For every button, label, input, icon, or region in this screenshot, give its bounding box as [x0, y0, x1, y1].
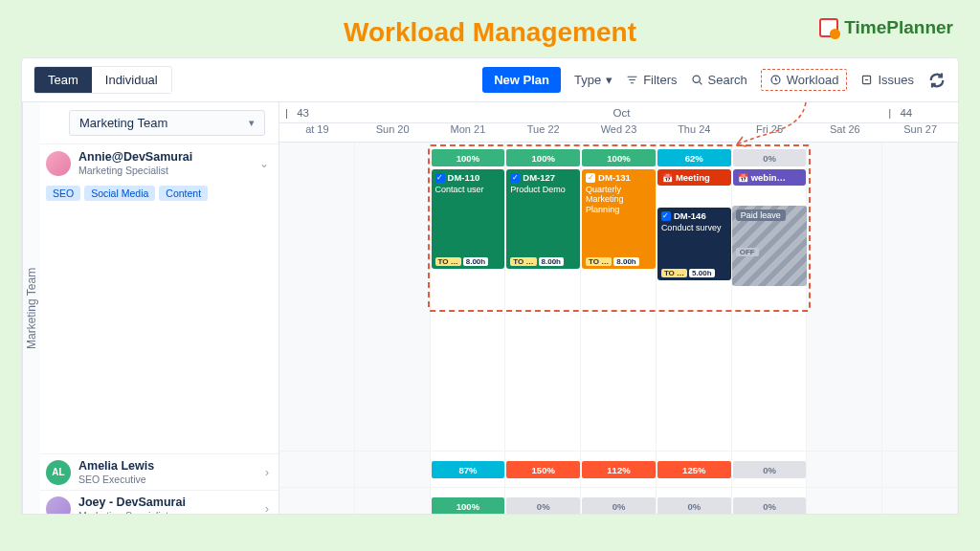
refresh-icon [927, 71, 947, 90]
person-name: Joey - DevSamurai [78, 496, 186, 510]
month-label: Oct [581, 107, 657, 119]
search-button[interactable]: Search [691, 73, 747, 87]
task-card[interactable]: 📅webin… [733, 169, 807, 186]
day-col: Wed 23 [581, 123, 657, 142]
tab-team[interactable]: Team [34, 67, 92, 93]
day-col: Thu 24 [657, 123, 732, 142]
workload-cell[interactable]: 62% [657, 149, 731, 166]
calendar-icon: 📅 [662, 173, 673, 183]
task-card[interactable]: 📅Meeting [657, 169, 731, 186]
avatar [46, 496, 71, 516]
check-icon: ✓ [510, 173, 520, 183]
workload-bar-annie: 100%100%100%62%0% [279, 149, 958, 166]
person-name: Annie@DevSamurai [78, 150, 192, 165]
workload-cell[interactable]: 100% [432, 497, 505, 515]
workload-cell[interactable]: 100% [582, 149, 656, 166]
person-tags: SEO Social Media Content [40, 182, 278, 209]
filter-icon [626, 74, 638, 86]
svg-point-0 [693, 76, 700, 82]
toolbar: Team Individual New Plan Type▾ Filters S… [22, 58, 958, 102]
person-name: Amelia Lewis [78, 459, 154, 474]
week-44: 44 [894, 107, 912, 119]
workload-bar-amelia: 87%150%112%125%0% [279, 461, 958, 478]
tag-seo[interactable]: SEO [46, 186, 80, 201]
chevron-down-icon[interactable]: ⌄ [259, 157, 269, 170]
brand-logo-icon [819, 18, 838, 37]
workload-cell[interactable]: 0% [733, 497, 807, 515]
type-dropdown[interactable]: Type▾ [574, 73, 612, 87]
sidebar: Marketing Team Annie@DevSamurai Marketin… [40, 102, 279, 515]
new-plan-button[interactable]: New Plan [482, 67, 561, 93]
view-tabs: Team Individual [33, 66, 172, 94]
day-col: Tue 22 [505, 123, 581, 142]
workload-cell[interactable]: 150% [506, 461, 580, 478]
day-col: Mon 21 [431, 123, 506, 142]
calendar-icon: 📅 [738, 173, 748, 183]
issues-icon [860, 74, 873, 86]
workload-cell[interactable]: 100% [506, 149, 580, 166]
day-col: at 19 [279, 123, 355, 142]
workload-cell[interactable]: 125% [657, 461, 731, 478]
workload-cell[interactable]: 0% [506, 497, 580, 515]
workload-cell[interactable]: 0% [657, 497, 731, 515]
check-icon: ✓ [661, 211, 671, 221]
day-header: at 19 Sun 20 Mon 21 Tue 22 Wed 23 Thu 24… [279, 123, 958, 143]
day-col: Sun 20 [355, 123, 431, 142]
person-row-annie[interactable]: Annie@DevSamurai Marketing Specialist ⌄ [40, 143, 278, 182]
brand: TimePlanner [819, 17, 953, 38]
chevron-right-icon[interactable]: › [265, 502, 269, 516]
tag-social[interactable]: Social Media [84, 186, 155, 201]
chevron-down-icon: ▾ [606, 73, 612, 87]
workload-cell[interactable]: 112% [582, 461, 656, 478]
calendar-grid: | 43 Oct | 44 at 19 Sun 20 Mon 21 Tue 22… [279, 102, 958, 515]
avatar: AL [46, 460, 71, 485]
person-row-joey[interactable]: Joey - DevSamurai Marketing Specialist › [40, 490, 278, 515]
team-selector[interactable]: Marketing Team [69, 110, 265, 136]
workload-cell[interactable]: 0% [733, 461, 807, 478]
search-icon [691, 74, 703, 86]
month-header: | 43 Oct | 44 [279, 102, 958, 123]
tag-content[interactable]: Content [159, 186, 208, 201]
workload-bar-joey: 100%0%0%0%0% [279, 497, 958, 515]
week-43: 43 [291, 107, 309, 119]
team-vertical-label: Marketing Team [22, 102, 40, 515]
person-role: Marketing Specialist [78, 510, 186, 515]
workload-cell[interactable]: 0% [582, 497, 656, 515]
workload-cell[interactable]: 100% [432, 149, 505, 166]
day-col: Sat 26 [807, 123, 882, 142]
check-icon: ✓ [586, 173, 595, 183]
cards-row2-annie: ✓DM-146Conduct surveyTO …5.00hPaid leave… [279, 206, 958, 299]
refresh-button[interactable] [927, 71, 947, 90]
workload-cell[interactable]: 87% [432, 461, 505, 478]
day-col: Sun 27 [882, 123, 958, 142]
person-row-amelia[interactable]: AL Amelia Lewis SEO Executive › [40, 453, 278, 490]
clock-icon [769, 74, 782, 86]
chevron-right-icon[interactable]: › [265, 466, 269, 479]
issues-button[interactable]: Issues [860, 73, 914, 87]
avatar [46, 151, 71, 176]
person-role: Marketing Specialist [78, 165, 192, 176]
workload-button[interactable]: Workload [761, 69, 848, 91]
check-icon: ✓ [435, 173, 445, 183]
day-col: Fri 25 [732, 123, 808, 142]
person-role: SEO Executive [78, 474, 154, 485]
workload-cell[interactable]: 0% [733, 149, 807, 166]
filters-button[interactable]: Filters [626, 73, 677, 87]
task-card[interactable]: ✓DM-146Conduct surveyTO …5.00h [657, 208, 731, 280]
brand-name: TimePlanner [844, 17, 953, 38]
tab-individual[interactable]: Individual [92, 67, 171, 93]
task-card[interactable]: Paid leaveOFF [732, 206, 808, 286]
app-window: Team Individual New Plan Type▾ Filters S… [21, 57, 959, 515]
